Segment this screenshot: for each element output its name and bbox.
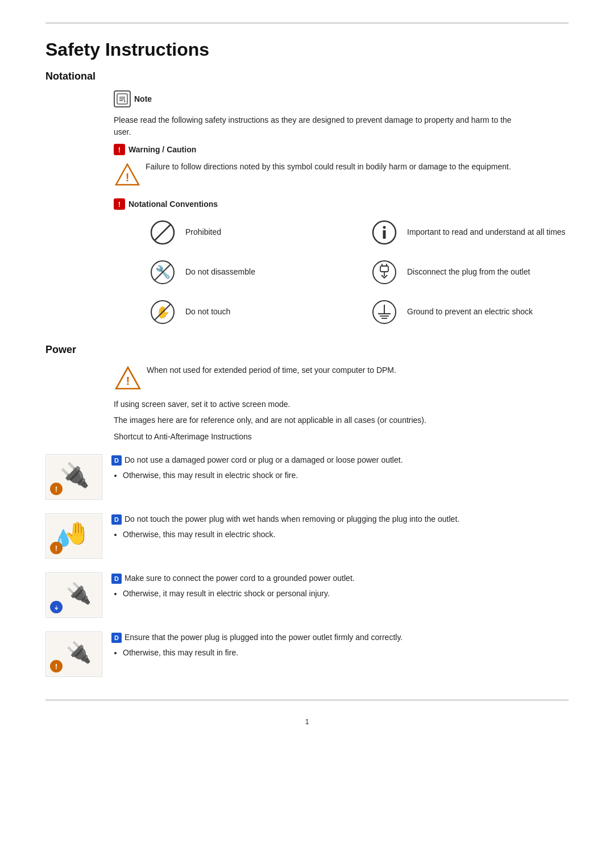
power-item-2-bullet: Otherwise, this may result in electric s… (123, 529, 569, 541)
disconnect-icon (370, 258, 399, 287)
prohibited-icon (148, 218, 177, 247)
page-number: 1 (305, 717, 309, 726)
power-item-1-content: D Do not use a damaged power cord or plu… (111, 454, 569, 481)
note-icon (114, 90, 131, 107)
svg-text:!: ! (55, 544, 57, 553)
power-item-3-content: D Make sure to connect the power cord to… (111, 572, 569, 600)
power-item-4-image: 🔌 ! (45, 632, 102, 677)
power-item-2-svg: 🤚 💧 ! (47, 515, 101, 558)
power-item-3-image: 🔌 ⏚ (45, 572, 102, 618)
warning-label-row: ! Warning / Caution (114, 144, 569, 155)
conventions-label-row: ! Notational Conventions (114, 198, 569, 210)
power-item-4-main: D Ensure that the power plug is plugged … (111, 632, 569, 643)
power-item-3: 🔌 ⏚ D Make sure to connect the power cor… (45, 572, 569, 618)
power-item-1-text: Do not use a damaged power cord or plug … (125, 454, 403, 466)
power-item-3-blue-icon: D (111, 574, 122, 584)
power-item-4-bullet: Otherwise, this may result in fire. (123, 647, 569, 659)
power-item-1-bullets: Otherwise, this may result in electric s… (123, 470, 569, 481)
power-item-4-text: Ensure that the power plug is plugged in… (125, 632, 403, 643)
power-item-3-bullet: Otherwise, it may result in electric sho… (123, 588, 569, 600)
power-item-2-image: 🤚 💧 ! (45, 513, 102, 559)
svg-text:!: ! (55, 662, 57, 671)
power-section: Power ! When not used for extended perio… (45, 344, 569, 677)
note-label: Note (134, 94, 152, 103)
note-row: Note (114, 90, 569, 107)
power-item-1-bullet: Otherwise, this may result in electric s… (123, 470, 569, 481)
convention-ground-text: Ground to prevent an electric shock (407, 306, 533, 318)
warning-row: ! Failure to follow directions noted by … (114, 161, 569, 187)
warning-red-icon: ! (114, 144, 125, 155)
svg-text:🔌: 🔌 (65, 640, 91, 665)
svg-point-9 (383, 226, 386, 229)
disassemble-icon: 🔧 (148, 258, 177, 287)
power-item-1: 🔌 ! D Do not use a damaged power cord or… (45, 454, 569, 500)
conventions-red-icon: ! (114, 198, 125, 210)
power-item-2: 🤚 💧 ! D Do not touch the power plug with… (45, 513, 569, 559)
note-svg-icon (116, 93, 128, 105)
convention-disassemble-text: Do not disassemble (185, 267, 255, 278)
convention-disconnect-text: Disconnect the plug from the outlet (407, 267, 530, 278)
power-text3: The images here are for reference only, … (114, 414, 489, 426)
important-icon (370, 218, 399, 247)
power-item-1-image: 🔌 ! (45, 454, 102, 500)
convention-important: Important to read and understand at all … (370, 218, 569, 247)
power-text1: When not used for extended period of tim… (147, 364, 396, 376)
page-footer: 1 (45, 717, 569, 726)
convention-prohibited: Prohibited (148, 218, 347, 247)
convention-ground: Ground to prevent an electric shock (370, 297, 569, 327)
convention-disconnect: Disconnect the plug from the outlet (370, 258, 569, 287)
convention-notouch-text: Do not touch (185, 306, 230, 318)
power-item-4-content: D Ensure that the power plug is plugged … (111, 632, 569, 659)
power-item-4-bullets: Otherwise, this may result in fire. (123, 647, 569, 659)
power-item-3-svg: 🔌 ⏚ (47, 574, 101, 617)
convention-disassemble: 🔧 Do not disassemble (148, 258, 347, 287)
conventions-grid: Prohibited Important to read and underst… (148, 218, 569, 327)
power-text4: Shortcut to Anti-Afterimage Instructions (114, 430, 489, 443)
svg-text:!: ! (55, 485, 57, 493)
convention-notouch: ✋ Do not touch (148, 297, 347, 327)
power-item-1-main: D Do not use a damaged power cord or plu… (111, 454, 569, 466)
power-item-2-text: Do not touch the power plug with wet han… (125, 513, 459, 525)
svg-text:🔌: 🔌 (65, 581, 91, 605)
top-border (45, 23, 569, 23)
power-section-title: Power (45, 344, 569, 356)
power-item-3-bullets: Otherwise, it may result in electric sho… (123, 588, 569, 600)
svg-text:!: ! (126, 171, 130, 184)
power-item-2-blue-icon: D (111, 514, 122, 525)
svg-rect-15 (380, 266, 388, 272)
page-title: Safety Instructions (45, 39, 569, 60)
power-item-4: 🔌 ! D Ensure that the power plug is plug… (45, 632, 569, 677)
notational-section-title: Notational (45, 70, 569, 82)
convention-prohibited-text: Prohibited (185, 227, 221, 238)
svg-rect-10 (383, 230, 386, 239)
svg-text:⏚: ⏚ (55, 604, 59, 610)
power-item-2-main: D Do not touch the power plug with wet h… (111, 513, 569, 525)
notouch-icon: ✋ (148, 297, 177, 327)
power-item-2-content: D Do not touch the power plug with wet h… (111, 513, 569, 541)
power-triangle-icon: ! (114, 365, 142, 391)
power-item-3-main: D Make sure to connect the power cord to… (111, 572, 569, 584)
note-body-text: Please read the following safety instruc… (114, 114, 512, 138)
svg-line-7 (155, 225, 171, 240)
ground-icon (370, 297, 399, 327)
power-item-1-svg: 🔌 ! (47, 456, 101, 499)
power-item-4-svg: 🔌 ! (47, 633, 101, 676)
svg-text:!: ! (126, 375, 130, 388)
power-items-list: 🔌 ! D Do not use a damaged power cord or… (45, 454, 569, 677)
warning-body-text: Failure to follow directions noted by th… (146, 161, 511, 173)
power-text2: If using screen saver, set it to active … (114, 398, 489, 410)
power-item-1-blue-icon: D (111, 455, 122, 466)
warning-label: Warning / Caution (128, 145, 196, 154)
svg-text:🔌: 🔌 (60, 461, 90, 489)
power-warning-row: ! When not used for extended period of t… (114, 364, 569, 391)
power-item-4-blue-icon: D (111, 633, 122, 643)
conventions-title: Notational Conventions (128, 200, 218, 209)
triangle-warning-icon: ! (114, 162, 141, 187)
power-item-2-bullets: Otherwise, this may result in electric s… (123, 529, 569, 541)
bottom-border (45, 700, 569, 700)
power-warning-block: ! When not used for extended period of t… (114, 364, 569, 443)
convention-important-text: Important to read and understand at all … (407, 227, 566, 238)
power-item-3-text: Make sure to connect the power cord to a… (125, 572, 355, 584)
